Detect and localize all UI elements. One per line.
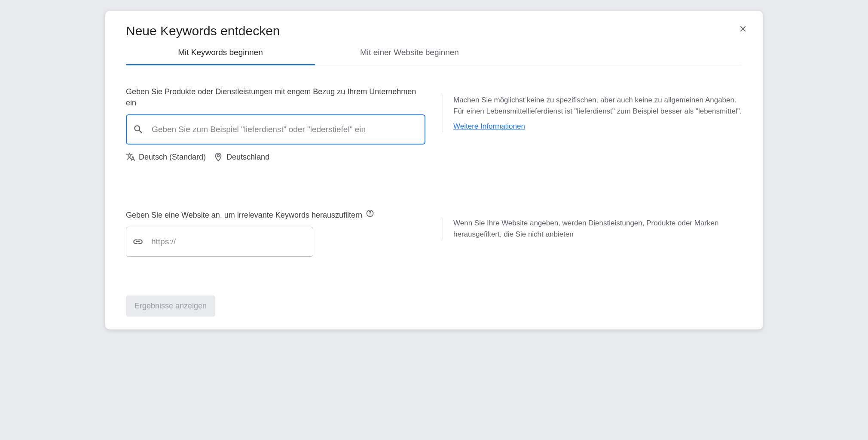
tab-start-with-website[interactable]: Mit einer Website beginnen [315, 48, 504, 65]
products-hint-text: Machen Sie möglichst keine zu spezifisch… [453, 95, 742, 117]
website-label: Geben Sie eine Website an, um irrelevant… [126, 209, 362, 221]
location-selector[interactable]: Deutschland [214, 152, 269, 162]
tab-bar: Mit Keywords beginnen Mit einer Website … [126, 48, 742, 65]
website-label-row: Geben Sie eine Website an, um irrelevant… [126, 209, 425, 221]
section-website-filter: Geben Sie eine Website an, um irrelevant… [126, 209, 742, 257]
tab-start-with-keywords[interactable]: Mit Keywords beginnen [126, 48, 315, 65]
show-results-button[interactable]: Ergebnisse anzeigen [126, 295, 215, 317]
language-selector[interactable]: Deutsch (Standard) [126, 152, 206, 162]
website-input[interactable] [151, 237, 307, 246]
translate-icon [126, 152, 135, 162]
targeting-meta-row: Deutsch (Standard) Deutschland [126, 152, 425, 162]
close-button[interactable] [735, 21, 751, 37]
language-label: Deutsch (Standard) [139, 153, 206, 162]
website-input-wrap[interactable] [126, 227, 313, 257]
link-icon [132, 236, 144, 247]
learn-more-link[interactable]: Weitere Informationen [453, 121, 525, 132]
keyword-input[interactable] [152, 125, 419, 134]
website-hint: Wenn Sie Ihre Website angeben, werden Di… [443, 218, 742, 240]
products-hint: Machen Sie möglichst keine zu spezifisch… [443, 95, 742, 132]
keyword-input-wrap[interactable] [126, 114, 425, 145]
svg-point-1 [370, 215, 370, 215]
search-icon [133, 124, 144, 135]
keyword-discovery-card: Neue Keywords entdecken Mit Keywords beg… [105, 11, 763, 329]
location-label: Deutschland [226, 153, 269, 162]
website-hint-text: Wenn Sie Ihre Website angeben, werden Di… [453, 218, 742, 240]
section-products-services: Geben Sie Produkte oder Dienstleistungen… [126, 86, 742, 162]
help-icon[interactable] [366, 209, 374, 221]
products-label: Geben Sie Produkte oder Dienstleistungen… [126, 86, 425, 108]
close-icon [738, 24, 748, 34]
location-icon [214, 152, 223, 162]
page-title: Neue Keywords entdecken [126, 24, 742, 38]
